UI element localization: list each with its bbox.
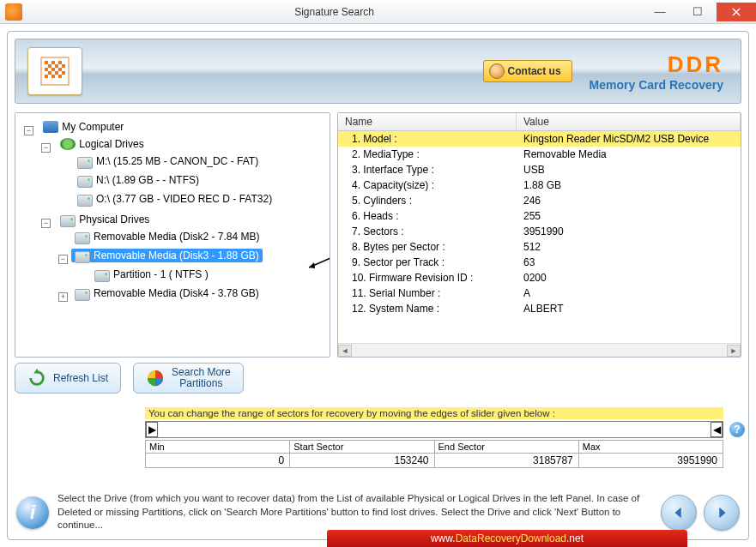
header-banner: Contact us DDR Memory Card Recovery <box>15 39 741 104</box>
sector-cell: Start Sector153240 <box>290 441 434 467</box>
svg-rect-9 <box>58 68 62 71</box>
sector-range-panel: You can change the range of sectors for … <box>145 407 723 468</box>
collapse-toggle[interactable]: − <box>58 255 68 264</box>
tree-drive-item[interactable]: M:\ (15.25 MB - CANON_DC - FAT) <box>74 154 262 168</box>
sector-cell: Max3951990 <box>579 441 723 467</box>
drive-icon <box>77 157 93 169</box>
collapse-toggle[interactable]: + <box>58 292 68 302</box>
range-hint: You can change the range of sectors for … <box>145 407 723 419</box>
svg-rect-10 <box>48 71 51 75</box>
svg-rect-5 <box>55 64 58 68</box>
table-row[interactable]: 11. Serial Number :A <box>338 286 741 301</box>
svg-rect-14 <box>51 75 55 78</box>
drive-icon <box>77 176 93 188</box>
table-row[interactable]: 2. MediaType :Removable Media <box>338 147 741 162</box>
window-title: Signature Search <box>27 6 641 18</box>
table-row[interactable]: 6. Heads :255 <box>338 208 741 224</box>
svg-rect-11 <box>55 71 58 75</box>
sector-cell: Min0 <box>146 441 290 467</box>
brand-subtitle: Memory Card Recovery <box>590 78 723 92</box>
tree-partition-item[interactable]: Partition - 1 ( NTFS ) <box>91 267 212 281</box>
computer-icon <box>43 121 58 133</box>
table-row[interactable]: 10. Firmware Revision ID :0200 <box>338 270 741 286</box>
drive-icon <box>94 270 110 282</box>
table-row[interactable]: 4. Capacity(size) :1.88 GB <box>338 177 741 193</box>
website-banner: www.DataRecoveryDownload.net <box>327 530 687 547</box>
refresh-list-button[interactable]: Refresh List <box>15 363 121 394</box>
help-icon[interactable]: ? <box>729 422 745 437</box>
drive-icon <box>60 215 76 227</box>
sector-cell: End Sector3185787 <box>435 441 579 467</box>
tree-logical-drives[interactable]: Logical Drives <box>57 137 147 151</box>
col-value[interactable]: Value <box>517 113 741 130</box>
drive-icon <box>75 251 90 263</box>
tree-drive-item[interactable]: Removable Media (Disk4 - 3.78 GB) <box>71 286 263 300</box>
svg-rect-4 <box>48 64 51 68</box>
title-bar: Signature Search — ☐ <box>0 0 756 24</box>
table-row[interactable]: 12. System Name :ALBERT <box>338 301 741 316</box>
properties-table: Name Value 1. Model :Kingston Reader Mic… <box>337 112 741 358</box>
globe-icon <box>60 138 76 150</box>
back-button[interactable] <box>661 495 697 531</box>
table-row[interactable]: 1. Model :Kingston Reader MicSD/M2 USB D… <box>338 131 741 147</box>
table-row[interactable]: 5. Cylinders :246 <box>338 193 741 208</box>
slider-handle-left[interactable]: ▶ <box>146 422 158 437</box>
drive-icon <box>75 232 90 244</box>
tree-root[interactable]: My Computer <box>39 120 127 134</box>
close-button[interactable] <box>717 3 756 21</box>
tree-drive-item[interactable]: N:\ (1.89 GB - - NTFS) <box>74 173 203 187</box>
app-icon <box>5 3 22 21</box>
footer-message: Select the Drive (from which you want to… <box>57 492 652 532</box>
drive-tree[interactable]: − My Computer − Logical Dri <box>15 112 330 358</box>
scroll-left-icon[interactable]: ◄ <box>338 345 352 357</box>
table-row[interactable]: 9. Sector per Track :63 <box>338 255 741 270</box>
next-button[interactable] <box>704 495 740 531</box>
svg-rect-6 <box>62 64 65 68</box>
tree-drive-item[interactable]: Removable Media (Disk3 - 1.88 GB) <box>71 249 263 262</box>
svg-rect-8 <box>51 68 55 71</box>
minimize-button[interactable]: — <box>641 3 679 21</box>
svg-rect-15 <box>58 75 62 78</box>
tree-physical-drives[interactable]: Physical Drives <box>57 213 153 226</box>
collapse-toggle[interactable]: − <box>41 143 51 153</box>
contact-us-button[interactable]: Contact us <box>483 60 572 82</box>
search-more-partitions-button[interactable]: Search More Partitions <box>133 363 244 394</box>
drive-icon <box>77 195 93 207</box>
svg-rect-3 <box>58 61 62 64</box>
horizontal-scrollbar[interactable]: ◄ ► <box>338 343 741 357</box>
svg-rect-12 <box>62 71 65 75</box>
brand-name: DDR <box>590 51 723 78</box>
collapse-toggle[interactable]: − <box>24 126 33 135</box>
slider-handle-right[interactable]: ◀ <box>711 422 723 437</box>
svg-rect-2 <box>51 61 55 64</box>
sector-slider[interactable]: ▶ ◀ ? <box>145 421 723 438</box>
table-row[interactable]: 7. Sectors :3951990 <box>338 224 741 239</box>
svg-rect-13 <box>45 75 48 78</box>
scroll-right-icon[interactable]: ► <box>727 345 741 357</box>
svg-rect-1 <box>45 61 48 64</box>
collapse-toggle[interactable]: − <box>41 219 51 228</box>
person-icon <box>489 63 505 79</box>
refresh-label: Refresh List <box>53 372 108 384</box>
info-icon: i <box>16 496 49 529</box>
brand-block: DDR Memory Card Recovery <box>590 51 723 92</box>
table-row[interactable]: 3. Interface Type :USB <box>338 162 741 177</box>
contact-label: Contact us <box>508 65 561 77</box>
app-logo <box>27 47 82 95</box>
svg-rect-7 <box>45 68 48 71</box>
tree-drive-item[interactable]: O:\ (3.77 GB - VIDEO REC D - FAT32) <box>74 192 275 206</box>
table-row[interactable]: 8. Bytes per Sector :512 <box>338 239 741 255</box>
tree-drive-item[interactable]: Removable Media (Disk2 - 7.84 MB) <box>71 230 263 243</box>
search-more-label: Search More Partitions <box>172 367 231 389</box>
drive-icon <box>75 289 90 301</box>
refresh-icon <box>27 369 46 388</box>
maximize-button[interactable]: ☐ <box>679 3 717 21</box>
col-name[interactable]: Name <box>338 113 517 130</box>
pie-chart-icon <box>146 369 165 388</box>
